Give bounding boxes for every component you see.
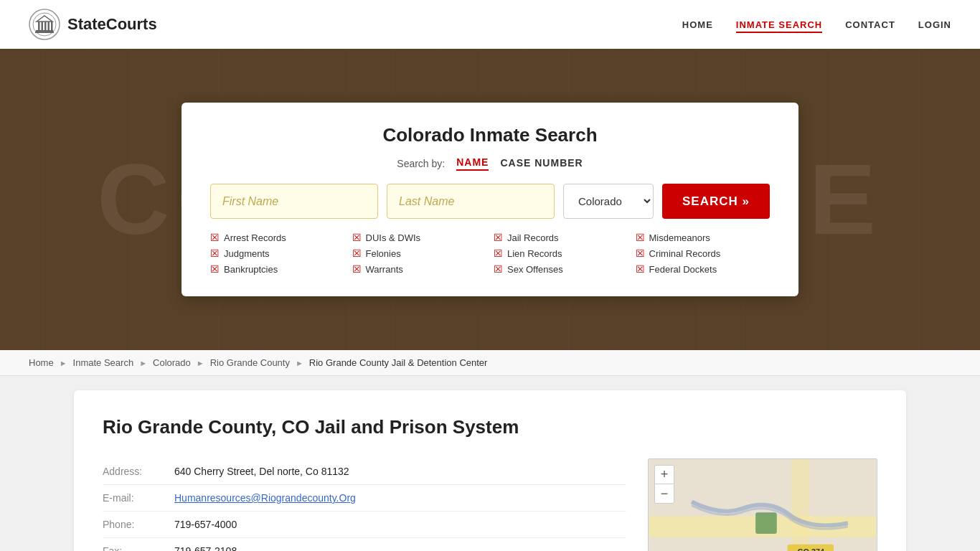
breadcrumb-sep-4: ► xyxy=(296,359,303,367)
breadcrumb-sep-2: ► xyxy=(139,359,147,367)
checklist: ☒ Arrest Records ☒ Judgments ☒ Bankruptc… xyxy=(210,232,770,275)
email-row: E-mail: Humanresources@Riograndecounty.O… xyxy=(103,485,626,512)
check-icon: ☒ xyxy=(352,263,362,275)
checklist-col-1: ☒ Arrest Records ☒ Judgments ☒ Bankruptc… xyxy=(210,232,345,275)
phone-value: 719-657-4000 xyxy=(174,512,626,538)
search-by-label: Search by: xyxy=(397,158,445,169)
phone-label: Phone: xyxy=(103,512,174,538)
map-controls: + − xyxy=(654,465,674,504)
checklist-label: Jail Records xyxy=(507,232,559,243)
map-zoom-out[interactable]: − xyxy=(655,484,674,503)
checklist-label: Bankruptcies xyxy=(224,264,278,275)
check-icon: ☒ xyxy=(636,248,645,259)
breadcrumb-current: Rio Grande County Jail & Detention Cente… xyxy=(309,357,488,368)
tab-name[interactable]: NAME xyxy=(456,156,489,171)
email-label: E-mail: xyxy=(103,485,174,512)
breadcrumb-rio-grande-county[interactable]: Rio Grande County xyxy=(210,357,290,368)
checklist-sex-offenses: ☒ Sex Offenses xyxy=(494,263,628,275)
map-section: CO 374 + − xyxy=(648,458,877,551)
search-card: Colorado Inmate Search Search by: NAME C… xyxy=(182,103,798,296)
checklist-label: DUIs & DWIs xyxy=(366,232,421,243)
hero-section: COURTHOUSE Colorado Inmate Search Search… xyxy=(0,49,980,350)
checklist-label: Lien Records xyxy=(507,248,562,259)
fax-row: Fax: 719-657-2108 xyxy=(103,538,626,552)
phone-row: Phone: 719-657-4000 xyxy=(103,512,626,538)
first-name-input[interactable] xyxy=(210,184,378,219)
tab-case-number[interactable]: CASE NUMBER xyxy=(500,157,583,170)
nav-inmate-search[interactable]: INMATE SEARCH xyxy=(736,19,822,33)
breadcrumb-colorado[interactable]: Colorado xyxy=(153,357,191,368)
checklist-arrest-records: ☒ Arrest Records xyxy=(210,232,345,243)
map-zoom-in[interactable]: + xyxy=(655,466,674,484)
map-container[interactable]: CO 374 + − xyxy=(648,458,877,551)
checklist-bankruptcies: ☒ Bankruptcies xyxy=(210,263,345,275)
checklist-lien-records: ☒ Lien Records xyxy=(494,248,628,259)
search-inputs: Colorado Alabama Alaska Arizona Arkansas… xyxy=(210,184,770,219)
search-card-title: Colorado Inmate Search xyxy=(210,124,770,146)
svg-text:CO 374: CO 374 xyxy=(798,547,824,551)
breadcrumb-inmate-search[interactable]: Inmate Search xyxy=(73,357,134,368)
address-row: Address: 640 Cherry Street, Del norte, C… xyxy=(103,458,626,485)
checklist-label: Judgments xyxy=(224,248,270,259)
checklist-federal-dockets: ☒ Federal Dockets xyxy=(636,263,771,275)
content-card: Rio Grande County, CO Jail and Prison Sy… xyxy=(74,390,906,551)
email-link[interactable]: Humanresources@Riograndecounty.Org xyxy=(174,492,356,504)
checklist-col-4: ☒ Misdemeanors ☒ Criminal Records ☒ Fede… xyxy=(636,232,771,275)
svg-rect-9 xyxy=(35,32,54,33)
search-button[interactable]: SEARCH » xyxy=(662,184,770,219)
check-icon: ☒ xyxy=(210,232,220,243)
check-icon: ☒ xyxy=(636,232,645,243)
checklist-label: Federal Dockets xyxy=(649,264,717,275)
checklist-duis: ☒ DUIs & DWIs xyxy=(352,232,487,243)
svg-rect-12 xyxy=(791,459,809,551)
nav-contact[interactable]: CONTACT xyxy=(845,19,895,30)
two-col-layout: Address: 640 Cherry Street, Del norte, C… xyxy=(103,458,877,551)
logo-link[interactable]: StateCourts xyxy=(29,9,157,40)
checklist-jail-records: ☒ Jail Records xyxy=(494,232,628,243)
fax-label: Fax: xyxy=(103,538,174,552)
nav-login[interactable]: LOGIN xyxy=(918,19,951,30)
email-value: Humanresources@Riograndecounty.Org xyxy=(174,485,626,512)
nav-links: HOME INMATE SEARCH CONTACT LOGIN xyxy=(682,18,951,31)
fax-value: 719-657-2108 xyxy=(174,538,626,552)
info-table: Address: 640 Cherry Street, Del norte, C… xyxy=(103,458,626,551)
check-icon: ☒ xyxy=(494,232,503,243)
check-icon: ☒ xyxy=(352,248,362,259)
search-card-wrapper: Colorado Inmate Search Search by: NAME C… xyxy=(0,49,980,350)
checklist-label: Warrants xyxy=(366,264,403,275)
breadcrumb-home[interactable]: Home xyxy=(29,357,54,368)
check-icon: ☒ xyxy=(636,263,645,275)
svg-rect-8 xyxy=(36,30,53,32)
check-icon: ☒ xyxy=(210,248,220,259)
checklist-col-2: ☒ DUIs & DWIs ☒ Felonies ☒ Warrants xyxy=(352,232,487,275)
checklist-label: Felonies xyxy=(366,248,401,259)
check-icon: ☒ xyxy=(352,232,362,243)
logo-icon xyxy=(29,9,60,40)
checklist-warrants: ☒ Warrants xyxy=(352,263,487,275)
state-select[interactable]: Colorado Alabama Alaska Arizona Arkansas… xyxy=(563,184,654,219)
nav-home[interactable]: HOME xyxy=(682,19,713,30)
info-section: Address: 640 Cherry Street, Del norte, C… xyxy=(103,458,626,551)
svg-rect-15 xyxy=(755,512,777,534)
check-icon: ☒ xyxy=(494,248,503,259)
svg-rect-3 xyxy=(42,22,44,30)
breadcrumb: Home ► Inmate Search ► Colorado ► Rio Gr… xyxy=(0,350,980,376)
main-content: Rio Grande County, CO Jail and Prison Sy… xyxy=(60,390,920,551)
checklist-misdemeanors: ☒ Misdemeanors xyxy=(636,232,771,243)
map-svg: CO 374 xyxy=(649,459,877,551)
address-value: 640 Cherry Street, Del norte, Co 81132 xyxy=(174,458,626,485)
breadcrumb-sep-1: ► xyxy=(60,359,67,367)
svg-rect-4 xyxy=(44,22,47,30)
last-name-input[interactable] xyxy=(387,184,555,219)
breadcrumb-sep-3: ► xyxy=(197,359,204,367)
check-icon: ☒ xyxy=(210,263,220,275)
checklist-judgments: ☒ Judgments xyxy=(210,248,345,259)
check-icon: ☒ xyxy=(494,263,503,275)
checklist-label: Criminal Records xyxy=(649,248,721,259)
navbar: StateCourts HOME INMATE SEARCH CONTACT L… xyxy=(0,0,980,49)
svg-marker-7 xyxy=(37,16,52,22)
search-by-row: Search by: NAME CASE NUMBER xyxy=(210,156,770,171)
svg-rect-6 xyxy=(51,22,53,30)
checklist-label: Arrest Records xyxy=(224,232,286,243)
content-title: Rio Grande County, CO Jail and Prison Sy… xyxy=(103,416,877,438)
